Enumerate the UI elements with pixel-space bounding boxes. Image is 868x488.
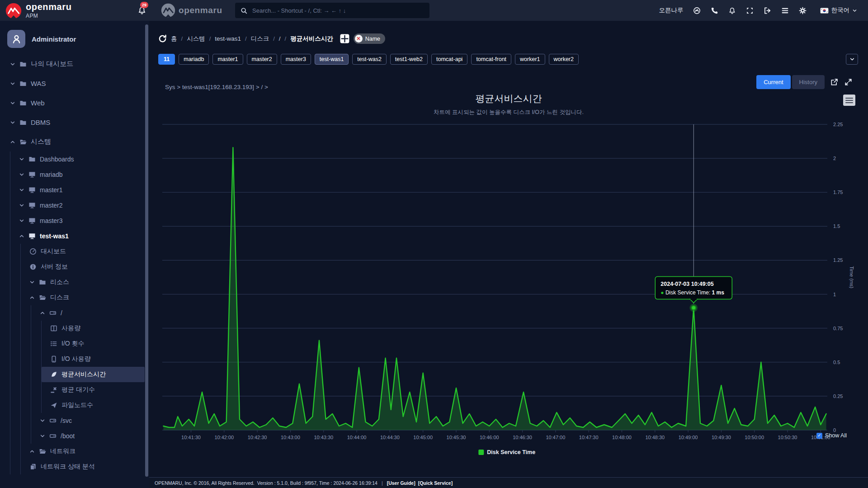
sidebar-item-label: 평균서비스시간 [61,370,106,379]
breadcrumb-item[interactable]: test-was1 [215,35,241,42]
breadcrumb-item[interactable]: 시스템 [187,35,205,43]
sidebar-item[interactable]: master1 [10,182,145,198]
sidebar-item[interactable]: test-was1 [10,228,145,244]
chart-tooltip: 2024-07-03 10:49:05● Disk Service Time: … [655,277,732,303]
chevron-up-icon[interactable] [19,233,25,239]
sidebar-item[interactable]: 리소스 [21,275,145,290]
sidebar-item[interactable]: 네트워크 상태 분석 [21,459,145,474]
bell-icon[interactable] [728,6,736,14]
server-tab[interactable]: tomcat-front [471,54,511,65]
chevron-down-icon[interactable] [19,156,25,162]
show-all-checkbox[interactable]: ✓ [816,433,822,439]
chevron-down-icon[interactable] [10,62,16,67]
sidebar-item[interactable]: 파일노드수 [42,398,145,413]
sign-out-icon[interactable] [764,6,772,14]
sidebar-item[interactable]: 평균서비스시간 [42,367,145,382]
notifications-button[interactable]: 29 [135,5,146,16]
sidebar-item[interactable]: I/O 사용량 [42,351,145,367]
sidebar-item[interactable]: DBMS [0,113,145,132]
chevron-down-icon[interactable] [10,81,16,86]
grid-view-icon[interactable] [340,34,349,43]
server-tab[interactable]: worker1 [515,54,545,65]
current-button[interactable]: Current [756,75,790,89]
remove-tag-icon[interactable]: ✕ [355,35,363,43]
chevron-down-icon[interactable] [19,218,25,223]
chevron-up-icon[interactable] [10,139,16,145]
server-tab[interactable]: mariadb [179,54,209,65]
sidebar-item[interactable]: WAS [0,74,145,93]
sidebar-item[interactable]: / [31,305,145,321]
sidebar-scrollbar[interactable] [145,24,148,477]
sidebar-item[interactable]: 서버 정보 [21,259,145,275]
gear-icon[interactable] [799,6,807,14]
chart-legend[interactable]: Disk Service Time [478,449,535,455]
sidebar-item[interactable]: mariadb [10,167,145,182]
tabs-dropdown-button[interactable] [846,54,858,65]
monitor-icon [28,171,37,178]
chevron-down-icon[interactable] [10,120,16,125]
menu-icon[interactable] [781,6,789,14]
server-tab[interactable]: test-was2 [352,54,387,65]
chevron-up-icon[interactable] [40,310,46,316]
chevron-down-icon[interactable] [19,187,25,193]
chevron-down-icon[interactable] [10,100,16,106]
fullscreen-icon[interactable] [746,6,754,14]
language-selector[interactable]: 한국어 [820,6,858,14]
sidebar-item[interactable]: 디스크 [21,290,145,305]
sidebar-item[interactable]: I/O 횟수 [42,336,145,351]
sidebar-item[interactable]: /svc [31,413,145,428]
y-axis-label: 1.75 [833,190,843,195]
chevron-down-icon[interactable] [19,203,25,208]
server-tab[interactable]: worker2 [549,54,579,65]
search-input[interactable] [251,7,424,14]
sidebar-item[interactable]: 나의 대시보드 [0,54,145,74]
breadcrumb-item[interactable]: 디스크 [251,35,269,43]
quick-service-link[interactable]: [Quick Service] [418,480,453,486]
sidebar-item[interactable]: master3 [10,213,145,228]
chevron-down-icon[interactable] [29,280,36,285]
chart-menu-button[interactable] [843,95,855,106]
sidebar-item[interactable]: Web [0,93,145,113]
breadcrumb-item[interactable]: / [279,35,281,42]
sidebar-item[interactable]: 네트워크 [21,444,145,459]
server-tab[interactable]: master1 [212,54,243,65]
x-axis-label: 10:47:30 [579,435,599,440]
sidebar-item[interactable]: master2 [10,198,145,213]
server-tab[interactable]: master3 [281,54,311,65]
sidebar-item-label: master3 [40,217,63,224]
refresh-button[interactable] [158,34,167,43]
show-all-toggle[interactable]: ✓ Show All [816,432,847,439]
server-tab[interactable]: test1-web2 [390,54,428,65]
y-axis-label: 2.25 [833,122,843,127]
server-tab[interactable]: tomcat-api [431,54,467,65]
openmaru-symbol-icon[interactable] [693,6,701,14]
expand-icon[interactable] [844,78,853,86]
folder-icon [39,279,47,286]
sidebar-item[interactable]: /boot [31,428,145,444]
org-name[interactable]: 오픈나루 [659,6,684,14]
server-tabs: 11mariadbmaster1master2master3test-was1t… [158,54,841,65]
sidebar-item[interactable]: 시스템 [0,132,145,152]
chevron-down-icon[interactable] [40,418,46,423]
open-external-icon[interactable] [830,78,839,86]
user-profile[interactable]: Administrator [0,21,149,54]
sidebar-item[interactable]: 사용량 [42,321,145,336]
chevron-down-icon[interactable] [19,172,25,177]
user-guide-link[interactable]: [User Guide] [387,480,415,486]
partner-logo: openmaru [161,3,222,18]
data-point-marker[interactable] [691,306,696,310]
search-bar[interactable] [235,3,429,18]
plane-icon [50,402,58,409]
server-tab[interactable]: master2 [247,54,277,65]
sidebar-item[interactable]: 평균 대기수 [42,382,145,398]
sidebar-item[interactable]: Dashboards [10,152,145,167]
chevron-down-icon[interactable] [40,433,46,439]
sidebar-item[interactable]: 대시보드 [21,244,145,259]
breadcrumb-item[interactable]: 홈 [171,35,177,43]
app-logo[interactable]: openmaru APM [5,2,71,19]
chevron-up-icon[interactable] [29,295,36,300]
chevron-up-icon[interactable] [29,449,36,454]
phone-icon[interactable] [711,6,719,14]
server-tab[interactable]: test-was1 [315,54,349,65]
history-button[interactable]: History [792,75,825,89]
